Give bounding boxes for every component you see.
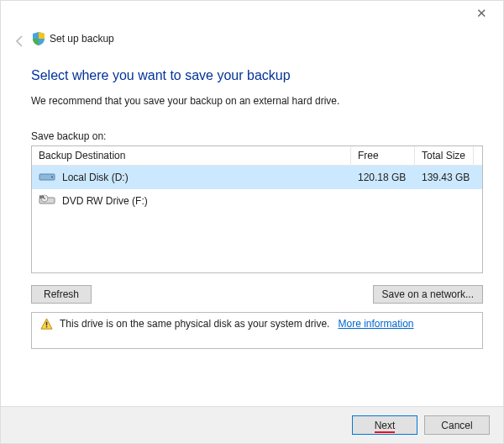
page-heading: Select where you want to save your backu… [31,68,483,83]
destination-free: 120.18 GB [358,172,406,183]
destination-list[interactable]: Backup Destination Free Space Total Size… [31,145,483,273]
svg-text:DVD: DVD [40,195,46,198]
column-headers: Backup Destination Free Space Total Size [32,146,482,166]
shield-icon [31,31,46,46]
warning-icon [40,318,53,333]
destination-total: 139.43 GB [422,172,470,183]
next-button-label: Next [375,420,396,433]
destination-row[interactable]: DVD DVD RW Drive (F:) [32,189,482,213]
svg-point-1 [51,177,53,178]
refresh-button[interactable]: Refresh [31,285,92,304]
more-information-link[interactable]: More information [338,318,413,330]
warning-box: This drive is on the same physical disk … [31,312,483,349]
next-button[interactable]: Next [352,415,417,435]
col-destination[interactable]: Backup Destination [32,146,351,165]
destination-row[interactable]: Local Disk (D:) 120.18 GB 139.43 GB [32,166,482,189]
col-total-size[interactable]: Total Size [415,146,474,165]
dialog-footer: Next Cancel [1,406,503,443]
warning-text: This drive is on the same physical disk … [60,318,329,330]
save-on-network-button[interactable]: Save on a network... [373,285,483,304]
save-on-label: Save backup on: [31,130,483,142]
close-button[interactable]: ✕ [468,6,495,23]
back-button[interactable] [11,33,28,50]
hdd-icon [39,170,55,186]
svg-rect-7 [46,322,48,325]
destination-name: DVD RW Drive (F:) [62,195,148,207]
cancel-button[interactable]: Cancel [424,415,490,435]
col-free-space[interactable]: Free Space [351,146,415,165]
window-title: Set up backup [50,33,114,45]
destination-name: Local Disk (D:) [62,172,129,183]
dvd-drive-icon: DVD [39,193,55,209]
recommendation-text: We recommend that you save your backup o… [31,95,483,107]
svg-rect-8 [46,326,48,328]
